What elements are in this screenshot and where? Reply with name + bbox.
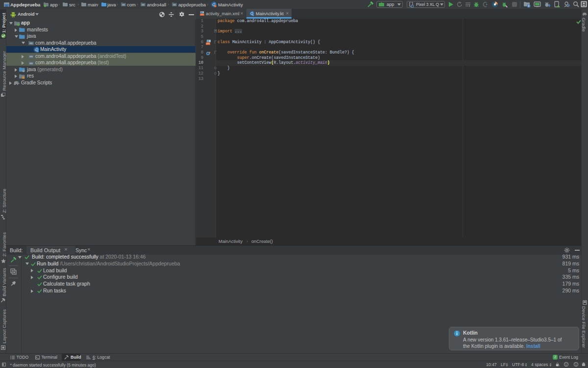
svg-text:C: C — [35, 48, 38, 52]
